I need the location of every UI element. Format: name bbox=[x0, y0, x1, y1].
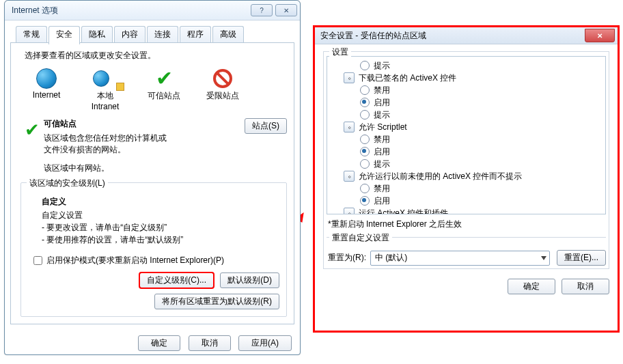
window-title: 安全设置 - 受信任的站点区域 bbox=[320, 30, 582, 42]
window-title: Internet 选项 bbox=[12, 5, 248, 16]
tab-strip: 常规 安全 隐私 内容 连接 程序 高级 bbox=[10, 26, 294, 43]
zone-label: 本地 bbox=[82, 90, 128, 102]
opt-enable[interactable]: 启用 bbox=[331, 195, 604, 207]
zone-desc1: 该区域包含您信任对您的计算机或 bbox=[44, 132, 287, 144]
radio-icon-selected bbox=[360, 147, 370, 156]
tab-privacy[interactable]: 隐私 bbox=[81, 26, 113, 42]
close-icon: ✕ bbox=[597, 32, 603, 40]
tab-programs[interactable]: 程序 bbox=[180, 26, 211, 42]
zone-intranet[interactable]: 本地 Intranet bbox=[82, 67, 128, 111]
reset-combo-value: 中 (默认) bbox=[375, 252, 407, 264]
window-body: 常规 安全 隐私 内容 连接 程序 高级 选择要查看的区域或更改安全设置。 In… bbox=[5, 20, 300, 330]
radio-icon-selected bbox=[360, 196, 370, 206]
check-icon-large: ✔ bbox=[20, 118, 44, 174]
radio-icon bbox=[360, 110, 370, 120]
zone-restricted[interactable]: 受限站点 bbox=[199, 67, 246, 111]
group-label: 该区域的安全级别(L) bbox=[27, 178, 108, 189]
cat-unused-activex: ⬦允许运行以前未使用的 ActiveX 控件而不提示 bbox=[331, 170, 604, 182]
zone-hint: 选择要查看的区域或更改安全设置。 bbox=[25, 50, 287, 61]
zone-list: Internet 本地 Intranet ✔ 可信站点 受限站点 bbox=[23, 67, 287, 111]
radio-icon bbox=[360, 159, 370, 169]
activex-icon: ⬦ bbox=[344, 171, 355, 182]
titlebar: 安全设置 - 受信任的站点区域 ✕ bbox=[315, 27, 618, 44]
zone-status: 该区域中有网站。 bbox=[44, 163, 287, 174]
level-name: 自定义 bbox=[42, 195, 279, 208]
tab-security[interactable]: 安全 bbox=[49, 26, 80, 44]
window-body: 设置 提示 ⬦下载已签名的 ActiveX 控件 禁用 启用 提示 ⬦允许 Sc… bbox=[315, 44, 618, 300]
ok-button[interactable]: 确定 bbox=[138, 335, 180, 351]
globe-icon bbox=[23, 67, 70, 90]
activex-icon: ⬦ bbox=[344, 208, 355, 214]
internet-options-window: Internet 选项 ? ✕ 常规 安全 隐私 内容 连接 程序 高级 选择要… bbox=[4, 0, 301, 355]
security-panel: 选择要查看的区域或更改安全设置。 Internet 本地 Intranet ✔ … bbox=[10, 43, 294, 324]
tab-connections[interactable]: 连接 bbox=[147, 26, 178, 42]
forbidden-icon bbox=[199, 67, 246, 90]
protected-mode-checkbox[interactable] bbox=[33, 256, 42, 265]
zone-desc2: 文件没有损害的网站。 bbox=[44, 144, 287, 156]
opt-disable[interactable]: 禁用 bbox=[331, 84, 604, 96]
reset-section-label: 重置自定义设置 bbox=[329, 232, 392, 244]
zone-label: Internet bbox=[23, 90, 70, 100]
cat-run-activex: ⬦运行 ActiveX 控件和插件 bbox=[331, 207, 604, 214]
zone-internet[interactable]: Internet bbox=[23, 67, 70, 111]
help-icon: ? bbox=[260, 7, 264, 14]
default-level-button[interactable]: 默认级别(D) bbox=[220, 272, 279, 288]
security-level-group: 该区域的安全级别(L) 自定义 自定义设置 - 要更改设置，请单击“自定义级别”… bbox=[20, 182, 287, 317]
apply-button[interactable]: 应用(A) bbox=[238, 335, 292, 351]
opt-enable[interactable]: 启用 bbox=[331, 145, 604, 158]
dialog-buttons: 确定 取消 应用(A) bbox=[5, 330, 300, 358]
check-icon: ✔ bbox=[141, 67, 187, 90]
titlebar: Internet 选项 ? ✕ bbox=[5, 1, 300, 20]
help-button[interactable]: ? bbox=[251, 4, 273, 16]
reset-to-label: 重置为(R): bbox=[328, 252, 366, 264]
settings-tree-scroll[interactable]: 提示 ⬦下载已签名的 ActiveX 控件 禁用 启用 提示 ⬦允许 Scrip… bbox=[327, 56, 606, 214]
zone-label: 可信站点 bbox=[141, 90, 187, 102]
group-label: 设置 bbox=[329, 46, 351, 58]
zone-detail: ✔ 站点(S) 可信站点 该区域包含您信任对您的计算机或 文件没有损害的网站。 … bbox=[20, 118, 287, 174]
cat-signed-activex: ⬦下载已签名的 ActiveX 控件 bbox=[331, 72, 604, 84]
close-button[interactable]: ✕ bbox=[585, 29, 615, 42]
cancel-button[interactable]: 取消 bbox=[189, 335, 231, 351]
level-line3: - 要使用推荐的设置，请单击“默认级别” bbox=[42, 234, 279, 246]
protected-mode-row[interactable]: 启用保护模式(要求重新启动 Internet Explorer)(P) bbox=[31, 254, 279, 267]
settings-group: 设置 提示 ⬦下载已签名的 ActiveX 控件 禁用 启用 提示 ⬦允许 Sc… bbox=[323, 51, 609, 269]
opt-prompt[interactable]: 提示 bbox=[331, 109, 604, 121]
activex-icon: ⬦ bbox=[344, 122, 355, 132]
radio-icon bbox=[360, 184, 370, 193]
reset-all-zones-button[interactable]: 将所有区域重置为默认级别(R) bbox=[154, 294, 279, 309]
cat-scriptlet: ⬦允许 Scriptlet bbox=[331, 121, 604, 133]
tab-advanced[interactable]: 高级 bbox=[212, 26, 244, 42]
security-settings-window: 安全设置 - 受信任的站点区域 ✕ 设置 提示 ⬦下载已签名的 ActiveX … bbox=[313, 25, 620, 333]
opt-disable[interactable]: 禁用 bbox=[331, 182, 604, 195]
level-line1: 自定义设置 bbox=[42, 209, 279, 221]
radio-icon-selected bbox=[360, 98, 370, 107]
tab-content[interactable]: 内容 bbox=[114, 26, 146, 42]
reset-row: 重置为(R): 中 (默认) 重置(E)... bbox=[328, 250, 606, 266]
radio-icon bbox=[360, 135, 370, 144]
level-block: 自定义 自定义设置 - 要更改设置，请单击“自定义级别” - 要使用推荐的设置，… bbox=[42, 195, 279, 246]
opt-prompt[interactable]: 提示 bbox=[331, 59, 604, 72]
protected-mode-label: 启用保护模式(要求重新启动 Internet Explorer)(P) bbox=[46, 255, 224, 266]
reset-combo[interactable]: 中 (默认) bbox=[370, 251, 550, 266]
restart-note: *重新启动 Internet Explorer 之后生效 bbox=[328, 219, 606, 230]
level-line2: - 要更改设置，请单击“自定义级别” bbox=[42, 221, 279, 234]
radio-icon bbox=[360, 61, 370, 70]
custom-level-button[interactable]: 自定义级别(C)... bbox=[139, 272, 214, 288]
zone-label-line2: Intranet bbox=[82, 102, 128, 111]
zone-label: 受限站点 bbox=[199, 90, 246, 102]
close-icon: ✕ bbox=[283, 7, 289, 14]
opt-enable[interactable]: 启用 bbox=[331, 96, 604, 109]
settings-tree: 提示 ⬦下载已签名的 ActiveX 控件 禁用 启用 提示 ⬦允许 Scrip… bbox=[327, 57, 605, 214]
activex-icon: ⬦ bbox=[344, 72, 355, 83]
zone-trusted[interactable]: ✔ 可信站点 bbox=[141, 67, 187, 111]
sites-button[interactable]: 站点(S) bbox=[245, 118, 287, 134]
cancel-button[interactable]: 取消 bbox=[562, 279, 609, 294]
close-button[interactable]: ✕ bbox=[275, 4, 297, 16]
opt-prompt[interactable]: 提示 bbox=[331, 158, 604, 170]
ok-button[interactable]: 确定 bbox=[508, 279, 555, 294]
tab-general[interactable]: 常规 bbox=[16, 26, 47, 42]
opt-disable[interactable]: 禁用 bbox=[331, 133, 604, 145]
reset-button[interactable]: 重置(E)... bbox=[557, 250, 606, 266]
intranet-icon bbox=[82, 67, 128, 90]
radio-icon bbox=[360, 85, 370, 95]
